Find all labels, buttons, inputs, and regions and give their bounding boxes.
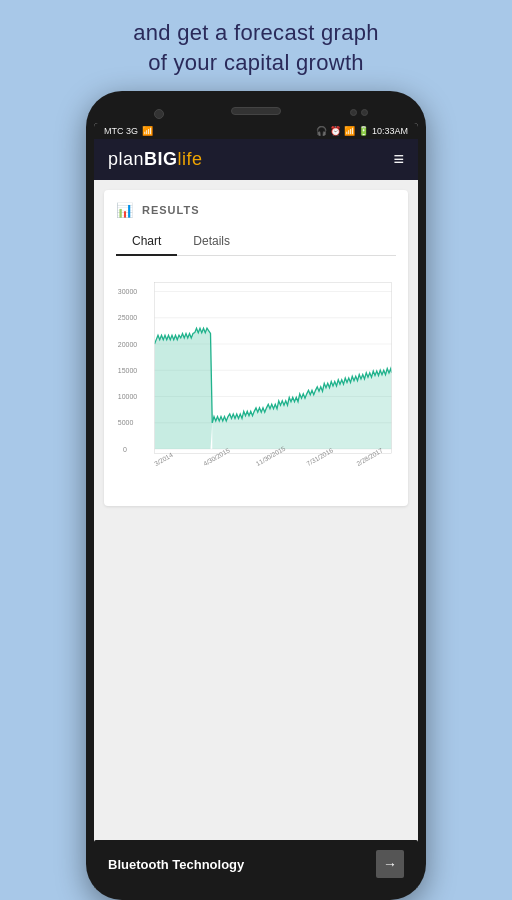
signal-icon: 📶	[142, 126, 153, 136]
results-card: 📊 RESULTS Chart Details 30000 25000 2000…	[104, 190, 408, 506]
tab-chart[interactable]: Chart	[116, 228, 177, 256]
status-right: 🎧 ⏰ 📶 🔋 10:33AM	[316, 126, 408, 136]
phone-top-bar	[94, 103, 418, 123]
phone-speaker	[231, 107, 281, 115]
ad-arrow-icon[interactable]: →	[376, 850, 404, 878]
svg-text:0: 0	[123, 446, 127, 453]
svg-text:30000: 30000	[118, 289, 138, 296]
svg-text:4/30/2015: 4/30/2015	[202, 447, 231, 468]
phone-frame: MTC 3G 📶 🎧 ⏰ 📶 🔋 10:33AM planBIGlife ≡	[86, 91, 426, 900]
chart-area: 30000 25000 20000 15000 10000 5000 0	[116, 264, 396, 494]
battery-icon: 🔋	[358, 126, 369, 136]
title-big: BIG	[144, 149, 178, 169]
hamburger-menu-icon[interactable]: ≡	[393, 149, 404, 170]
phone-screen: MTC 3G 📶 🎧 ⏰ 📶 🔋 10:33AM planBIGlife ≡	[94, 123, 418, 888]
svg-text:25000: 25000	[118, 315, 138, 322]
top-heading: and get a forecast graph of your capital…	[103, 0, 409, 91]
tabs-row: Chart Details	[116, 228, 396, 256]
chart-svg: 30000 25000 20000 15000 10000 5000 0	[116, 264, 396, 494]
phone-dots	[350, 109, 368, 116]
time-display: 10:33AM	[372, 126, 408, 136]
svg-text:20000: 20000	[118, 341, 138, 348]
svg-text:2/28/2017: 2/28/2017	[355, 447, 384, 468]
svg-text:10000: 10000	[118, 394, 138, 401]
results-header: 📊 RESULTS	[116, 202, 396, 218]
carrier-text: MTC 3G	[104, 126, 138, 136]
svg-text:15000: 15000	[118, 367, 138, 374]
ad-text: Bluetooth Technology	[108, 857, 244, 872]
screen-content: 📊 RESULTS Chart Details 30000 25000 2000…	[94, 180, 418, 888]
phone-camera	[154, 109, 164, 119]
status-bar: MTC 3G 📶 🎧 ⏰ 📶 🔋 10:33AM	[94, 123, 418, 139]
ad-banner[interactable]: Bluetooth Technology →	[94, 840, 418, 888]
app-header: planBIGlife ≡	[94, 139, 418, 180]
chart-results-icon: 📊	[116, 202, 134, 218]
title-plan: plan	[108, 149, 144, 169]
phone-dot-2	[361, 109, 368, 116]
phone-dot-1	[350, 109, 357, 116]
status-left: MTC 3G 📶	[104, 126, 153, 136]
title-life: life	[178, 149, 203, 169]
svg-text:5000: 5000	[118, 420, 134, 427]
svg-text:7/31/2016: 7/31/2016	[305, 447, 334, 468]
alarm-icon: ⏰	[330, 126, 341, 136]
tab-details[interactable]: Details	[177, 228, 246, 256]
app-title: planBIGlife	[108, 149, 203, 170]
results-label: RESULTS	[142, 204, 200, 216]
headphone-icon: 🎧	[316, 126, 327, 136]
signal-bars-icon: 📶	[344, 126, 355, 136]
